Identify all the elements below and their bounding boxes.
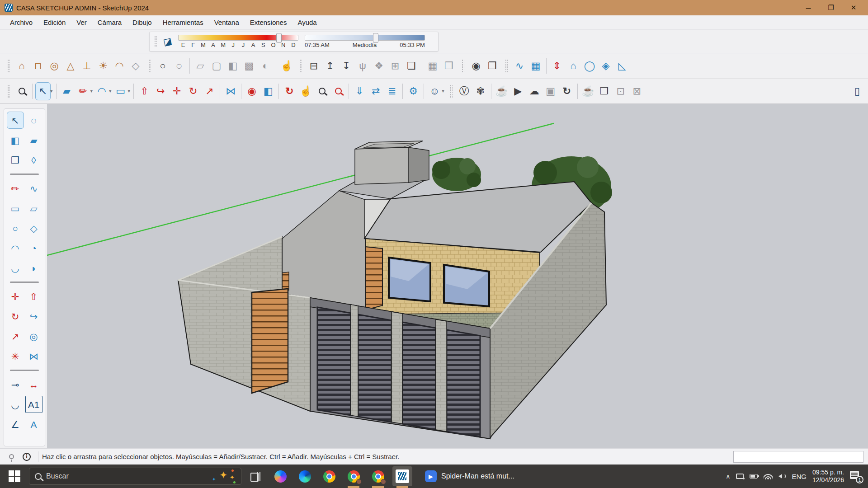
leaf-drape-tool[interactable]: ❖: [371, 57, 387, 75]
pushpull-tool[interactable]: ⇧: [25, 288, 42, 305]
pan-tool[interactable]: ☝: [298, 82, 313, 100]
arc-tool[interactable]: ◠: [94, 82, 109, 100]
minimize-button[interactable]: ─: [798, 1, 818, 14]
eraser-tool[interactable]: ▰: [25, 131, 42, 149]
task-view-button[interactable]: [246, 466, 266, 486]
menu-item[interactable]: Dibujo: [128, 17, 156, 28]
time-slider-handle[interactable]: [373, 33, 378, 43]
settings-gear-tool[interactable]: ⚙: [406, 82, 421, 100]
chrome-profile-1-button[interactable]: [344, 466, 363, 486]
angle-dim-tool[interactable]: ∠: [7, 416, 24, 433]
media-play-icon[interactable]: ▶: [425, 470, 437, 482]
notification-center-button[interactable]: 1: [850, 471, 862, 482]
text-tool[interactable]: A1: [25, 396, 42, 413]
arch-frame-tool[interactable]: ⌂: [14, 57, 29, 75]
line-tool-dropdown[interactable]: ▾: [90, 88, 93, 94]
copilot-button[interactable]: [270, 466, 290, 486]
exchange-tool[interactable]: ⇄: [368, 82, 383, 100]
info-icon[interactable]: [21, 451, 33, 463]
position-camera-tool[interactable]: ◉: [244, 82, 259, 100]
cone-tool[interactable]: △: [63, 57, 78, 75]
cast-icon[interactable]: [736, 474, 744, 479]
rectangle-tool-dropdown[interactable]: ▾: [128, 88, 131, 94]
zoom-extents-tool[interactable]: [330, 82, 346, 100]
geolocation-icon[interactable]: [5, 451, 17, 463]
sector-tool[interactable]: ◗: [25, 259, 42, 277]
rotate-tool[interactable]: ↻: [185, 82, 201, 100]
move-tool[interactable]: ✛: [169, 82, 184, 100]
style-monochrome[interactable]: ◐: [258, 57, 273, 75]
style-xray[interactable]: ▱: [193, 57, 208, 75]
tag-tool[interactable]: ◊: [25, 151, 42, 169]
sandbox-terrain-tool[interactable]: ⌂: [566, 57, 581, 75]
select-tool-dropdown[interactable]: ▾: [50, 88, 53, 94]
vray-lock-tool[interactable]: ⊠: [629, 82, 645, 100]
battery-icon[interactable]: [750, 474, 758, 479]
style-textured[interactable]: ▩: [241, 57, 257, 75]
rectangle-tool[interactable]: ▭: [113, 82, 128, 100]
array-copy-tool[interactable]: ❐: [441, 57, 457, 75]
components-tool[interactable]: ❒: [7, 151, 24, 169]
window-grid-tool[interactable]: ⊞: [387, 57, 403, 75]
menu-item[interactable]: Edición: [39, 17, 70, 28]
edge-button[interactable]: [295, 466, 315, 486]
sandbox-smoove-tool[interactable]: ∿: [512, 57, 527, 75]
style-wireframe[interactable]: ▢: [209, 57, 224, 75]
vray-scene-tool[interactable]: ☕: [580, 82, 596, 100]
section-plane-tool[interactable]: ⊟: [306, 57, 321, 75]
wifi-icon[interactable]: [764, 473, 773, 479]
shadow-time-slider[interactable]: [305, 35, 425, 41]
arc-3pt-tool[interactable]: ◡: [7, 259, 24, 277]
sandbox-grid-tool[interactable]: ▦: [528, 57, 543, 75]
shadow-toggle-icon[interactable]: ◪: [162, 35, 173, 47]
new-document-tool[interactable]: ▯: [849, 82, 865, 100]
followme-tool[interactable]: ↪: [153, 82, 168, 100]
menu-item[interactable]: Ventana: [210, 17, 244, 28]
menu-item[interactable]: Ver: [72, 17, 91, 28]
vray-render-interactive-tool[interactable]: ▶: [510, 82, 526, 100]
axes-tool[interactable]: ✳: [7, 347, 24, 365]
tape-measure-tool[interactable]: ⊸: [7, 376, 24, 393]
get-models-tool[interactable]: ⇓: [352, 82, 367, 100]
style-shaded[interactable]: ◧: [225, 57, 241, 75]
vray-logo-tool[interactable]: Ⓥ: [457, 82, 472, 100]
lasso-tool[interactable]: ◌: [25, 112, 42, 129]
sandbox-stamp-tool[interactable]: ⇕: [549, 57, 565, 75]
orbit-tool[interactable]: ↻: [282, 82, 297, 100]
sketchup-taskbar-button[interactable]: [392, 466, 412, 486]
chrome-profile-2-button[interactable]: [368, 466, 388, 486]
dashed-selection-tool[interactable]: ◌: [171, 57, 187, 75]
pie-arc-tool[interactable]: ◔: [25, 239, 42, 257]
toolbar-grip[interactable]: [154, 36, 157, 47]
arc-2pt-tool[interactable]: ◠: [7, 239, 24, 257]
line-tool[interactable]: ✏: [75, 82, 91, 100]
close-button[interactable]: ✕: [844, 1, 863, 14]
vray-vfb-window-tool[interactable]: ❐: [597, 82, 612, 100]
model-viewport[interactable]: ↖◌◧▰❒◊✏∿▭▱○◇◠◔◡◗✛⇧↻↪↗◎✳⋈⊸↔◡A1∠A: [0, 104, 868, 448]
circle-tool[interactable]: ○: [7, 220, 24, 237]
menu-item[interactable]: Ayuda: [293, 17, 321, 28]
sun-tool[interactable]: ☀: [95, 57, 111, 75]
column-tool[interactable]: ⊥: [79, 57, 94, 75]
vray-cloud-render-tool[interactable]: ☁: [527, 82, 542, 100]
text-3d-tool[interactable]: A: [25, 416, 42, 433]
zoom-menu-tool[interactable]: [14, 82, 29, 100]
sandbox-mesh-tool[interactable]: ◈: [598, 57, 613, 75]
pushpull-tool[interactable]: ⇧: [137, 82, 152, 100]
start-button[interactable]: [5, 466, 24, 486]
scale-tool[interactable]: ↗: [202, 82, 217, 100]
axon-cube-tool[interactable]: ◇: [128, 57, 143, 75]
flip-tool[interactable]: ⋈: [223, 82, 238, 100]
vray-batch-render-tool[interactable]: ⊡: [613, 82, 628, 100]
vray-framebuffer-image-tool[interactable]: ▣: [543, 82, 558, 100]
outliner-frames-tool[interactable]: ❐: [485, 57, 500, 75]
clock[interactable]: 09:55 p. m. 12/04/2026: [812, 469, 844, 484]
sandbox-drape-tool[interactable]: ◯: [582, 57, 597, 75]
line-tool[interactable]: ✏: [7, 180, 24, 197]
polygon-tool[interactable]: ◇: [25, 220, 42, 237]
menu-item[interactable]: Herramientas: [158, 17, 208, 28]
measurement-input[interactable]: [733, 451, 863, 463]
eraser-tool[interactable]: ▰: [59, 82, 75, 100]
account-tool[interactable]: ☺: [427, 82, 442, 100]
vray-asset-editor-tool[interactable]: ✾: [473, 82, 488, 100]
